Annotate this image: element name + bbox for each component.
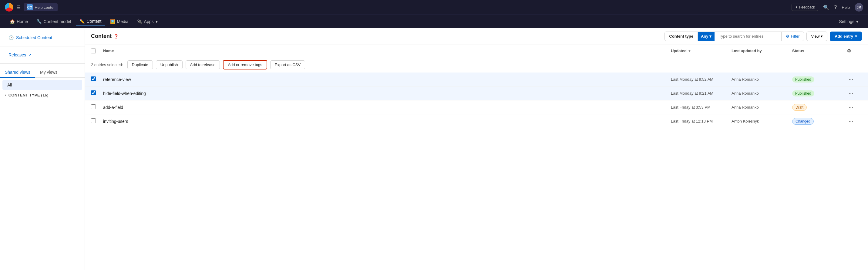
updated-header[interactable]: Updated ▼	[671, 48, 732, 54]
table-area: Name Updated ▼ Last updated by Status ⚙	[85, 45, 868, 270]
select-all-cell	[91, 48, 103, 54]
plug-icon: 🔌	[137, 19, 142, 24]
chevron-down-icon-any: ▾	[709, 34, 712, 38]
row-checkbox[interactable]	[91, 77, 96, 81]
content-type-button[interactable]: Content type	[665, 32, 698, 41]
page-title: Content ❓	[91, 33, 119, 39]
status-badge: Draft	[792, 104, 807, 111]
row-checkbox[interactable]	[91, 104, 96, 109]
chevron-right-icon: ›	[5, 93, 6, 97]
nav-item-media[interactable]: 🖼️ Media	[106, 17, 132, 26]
top-navigation-bar: ☰ CO Help center ✦ Feedback 🔍 ? Help JM	[0, 0, 868, 14]
table-row: add-a-field Last Friday at 3:53 PM Anna …	[85, 100, 868, 114]
secondary-navigation-bar: 🏠 Home 🔧 Content model ✏️ Content 🖼️ Med…	[0, 14, 868, 28]
duplicate-button[interactable]: Duplicate	[127, 60, 153, 69]
clock-icon: 🕐	[8, 35, 14, 40]
shared-views-tab[interactable]: Shared views	[0, 67, 35, 78]
logo[interactable]	[5, 3, 13, 11]
more-actions-cell: ···	[847, 103, 862, 111]
filter-button[interactable]: ⚙ Filter	[781, 32, 804, 41]
row-checkbox[interactable]	[91, 90, 96, 95]
status-cell: Changed	[792, 118, 847, 125]
entry-name[interactable]: inviting-users	[103, 119, 671, 124]
view-button[interactable]: View ▾	[806, 32, 827, 41]
selection-bar: 2 entries selected: Duplicate Unpublish …	[85, 57, 868, 72]
row-checkbox-cell	[91, 104, 103, 110]
updated-time: Last Friday at 12:13 PM	[671, 119, 732, 123]
row-checkbox-cell	[91, 118, 103, 124]
unpublish-button[interactable]: Unpublish	[156, 60, 183, 69]
updated-by: Anton Kolesnyk	[732, 119, 792, 123]
row-checkbox-cell	[91, 77, 103, 82]
select-all-checkbox[interactable]	[91, 49, 96, 53]
status-cell: Published	[792, 90, 847, 96]
nav-item-apps[interactable]: 🔌 Apps ▾	[133, 17, 161, 26]
nav-item-content-model[interactable]: 🔧 Content model	[33, 17, 74, 26]
question-icon[interactable]: ❓	[114, 34, 119, 39]
pencil-icon: ✏️	[80, 19, 85, 24]
updated-by: Anna Romanko	[732, 105, 792, 110]
nav-item-content[interactable]: ✏️ Content	[76, 17, 105, 26]
table-row: inviting-users Last Friday at 12:13 PM A…	[85, 114, 868, 128]
entry-name[interactable]: reference-view	[103, 77, 671, 82]
more-actions-cell: ···	[847, 90, 862, 97]
sparkle-icon: ✦	[795, 5, 798, 9]
content-area: Content ❓ Content type Any ▾ ⚙ Filter	[85, 28, 868, 270]
updated-time: Last Monday at 9:21 AM	[671, 91, 732, 96]
chevron-down-icon-settings: ▾	[856, 19, 858, 24]
search-input[interactable]	[715, 32, 781, 41]
status-badge: Published	[792, 90, 814, 96]
content-type-section[interactable]: › CONTENT TYPE (16)	[0, 90, 85, 100]
external-link-icon: ↗	[29, 53, 31, 57]
table-row: hide-field-when-editing Last Monday at 9…	[85, 86, 868, 100]
more-actions-button[interactable]: ···	[847, 76, 855, 83]
chevron-down-icon-view: ▾	[821, 34, 823, 38]
updated-time: Last Friday at 3:53 PM	[671, 105, 732, 110]
status-badge: Changed	[792, 118, 814, 125]
content-header: Content ❓ Content type Any ▾ ⚙ Filter	[85, 28, 868, 45]
feedback-button[interactable]: ✦ Feedback	[792, 4, 818, 11]
workspace-name: Help center	[35, 5, 55, 10]
help-icon[interactable]: ?	[834, 5, 837, 10]
entry-name[interactable]: add-a-field	[103, 105, 671, 110]
add-entry-button[interactable]: Add entry ▾	[830, 32, 862, 41]
add-to-release-button[interactable]: Add to release	[186, 60, 220, 69]
more-actions-cell: ···	[847, 76, 862, 83]
table-row: reference-view Last Monday at 9:52 AM An…	[85, 72, 868, 86]
updated-by: Anna Romanko	[732, 91, 792, 96]
user-avatar[interactable]: JM	[855, 3, 863, 11]
help-label[interactable]: Help	[842, 5, 850, 10]
updated-time: Last Monday at 9:52 AM	[671, 77, 732, 82]
more-actions-button[interactable]: ···	[847, 103, 855, 111]
nav-item-home[interactable]: 🏠 Home	[6, 17, 32, 26]
table-header: Name Updated ▼ Last updated by Status ⚙	[85, 45, 868, 57]
add-remove-tags-button[interactable]: Add or remove tags	[223, 60, 267, 69]
workspace-initials: CO	[27, 4, 33, 10]
row-checkbox[interactable]	[91, 118, 96, 123]
export-csv-button[interactable]: Export as CSV	[270, 60, 305, 69]
any-dropdown-button[interactable]: Any ▾	[698, 32, 715, 41]
my-views-tab[interactable]: My views	[35, 67, 62, 78]
entry-name[interactable]: hide-field-when-editing	[103, 91, 671, 96]
settings-cell[interactable]: ⚙	[847, 48, 862, 54]
sidebar-divider-1	[0, 46, 85, 47]
gear-icon[interactable]: ⚙	[847, 48, 851, 54]
hamburger-icon[interactable]: ☰	[17, 5, 21, 10]
sort-down-icon: ▼	[688, 49, 691, 53]
status-cell: Draft	[792, 104, 847, 111]
search-icon[interactable]: 🔍	[823, 5, 829, 10]
releases-link[interactable]: Releases ↗	[5, 50, 80, 60]
row-checkbox-cell	[91, 90, 103, 96]
header-controls: Content type Any ▾ ⚙ Filter View ▾	[664, 32, 862, 41]
wrench-icon: 🔧	[36, 19, 41, 24]
scheduled-content-link[interactable]: 🕐 Scheduled Content	[5, 33, 80, 42]
status-badge: Published	[792, 77, 814, 83]
last-updated-by-header: Last updated by	[732, 48, 792, 54]
chevron-down-icon: ▾	[156, 19, 158, 24]
settings-button[interactable]: Settings ▾	[835, 17, 862, 26]
views-tabs: Shared views My views	[0, 67, 85, 78]
all-view-item[interactable]: All	[2, 80, 82, 90]
more-actions-button[interactable]: ···	[847, 90, 855, 97]
more-actions-button[interactable]: ···	[847, 117, 855, 125]
workspace-badge[interactable]: CO Help center	[24, 3, 58, 11]
